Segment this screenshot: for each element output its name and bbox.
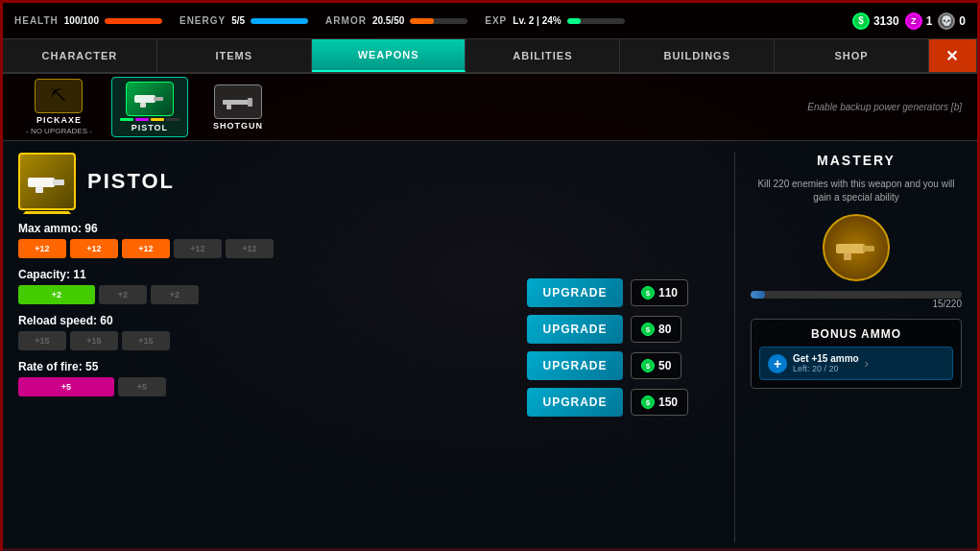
cost-badge-4: $ 150 [631, 389, 688, 416]
game-container: HEALTH 100/100 ENERGY 5/5 ARMOR 20.5/50 … [0, 0, 980, 551]
skull-icon: 💀 [938, 12, 955, 30]
reload-bars-row: +15 +15 +15 [18, 331, 515, 350]
upgrade-row-2: UPGRADE $ 80 [527, 315, 719, 344]
pistol-icon-container [126, 82, 174, 116]
stats-bar: HEALTH 100/100 ENERGY 5/5 ARMOR 20.5/50 … [3, 3, 977, 39]
tab-items[interactable]: ITEMS [157, 39, 312, 72]
coin-icon: $ [852, 12, 870, 30]
health-bar-container [105, 18, 162, 24]
capacity-section: Capacity: 11 +2 +2 +2 [18, 268, 515, 304]
svg-rect-1 [154, 97, 163, 101]
cost-badge-2: $ 80 [631, 316, 681, 343]
ammo-bar-3: +12 [122, 239, 170, 258]
z-token-value: 1 [926, 14, 933, 28]
coins-display: $ 3130 [852, 12, 899, 30]
svg-rect-4 [248, 98, 252, 107]
bonus-ammo-item[interactable]: + Get +15 ammo Left: 20 / 20 › [759, 347, 953, 380]
tab-character[interactable]: CHARACTER [3, 39, 157, 72]
pickaxe-sub: - NO UPGRADES - [26, 127, 92, 135]
weapon-slot-pistol[interactable]: PISTOL [111, 77, 188, 137]
mastery-weapon-icon [823, 214, 890, 281]
fire-bars-row: +5 +5 [18, 377, 515, 396]
svg-rect-10 [863, 246, 874, 252]
ammo-bar-5: +12 [226, 239, 274, 258]
cost-coin-icon-4: $ [641, 395, 655, 409]
pickaxe-icon-container: ⛏ [35, 79, 83, 113]
weapon-slot-shotgun[interactable]: SHOTGUN [200, 81, 276, 134]
health-label: HEALTH [14, 15, 59, 26]
exp-bar-container [567, 18, 625, 24]
upgrade-button-2[interactable]: UPGRADE [527, 315, 623, 344]
svg-rect-5 [227, 105, 231, 109]
max-ammo-label: Max ammo: 96 [18, 222, 515, 235]
health-bar [105, 18, 162, 24]
svg-rect-7 [53, 180, 64, 185]
mastery-description: Kill 220 enemies with this weapon and yo… [751, 178, 962, 204]
cost-value-2: 80 [658, 323, 671, 336]
svg-rect-2 [140, 103, 146, 108]
svg-rect-9 [836, 244, 865, 253]
upgrade-button-3[interactable]: UPGRADE [527, 351, 623, 380]
z-token-icon: Z [905, 12, 922, 30]
reload-bar-2: +15 [70, 331, 118, 350]
mastery-title: MASTERY [751, 153, 962, 168]
pistol-slot-name: PISTOL [131, 123, 168, 132]
shotgun-icon-container [214, 84, 262, 119]
svg-rect-8 [36, 187, 43, 193]
exp-stat: EXP Lv. 2 | 24% [485, 15, 624, 26]
coin-value: 3130 [873, 14, 899, 28]
ammo-bar-2: +12 [70, 239, 118, 258]
ammo-item-label: Get +15 ammo [793, 353, 859, 364]
ammo-item-count: Left: 20 / 20 [793, 364, 859, 373]
energy-label: ENERGY [179, 15, 226, 26]
energy-value: 5/5 [231, 15, 245, 26]
reload-bar-1: +15 [18, 331, 66, 350]
shotgun-name: SHOTGUN [213, 121, 263, 131]
armor-stat: ARMOR 20.5/50 [325, 15, 467, 26]
reload-bar-3: +15 [122, 331, 170, 350]
svg-rect-0 [134, 95, 155, 103]
weapon-selector: ⛏ PICKAXE - NO UPGRADES - [3, 74, 977, 141]
tab-abilities[interactable]: ABILITIES [466, 39, 620, 72]
upgrade-section: UPGRADE $ 110 UPGRADE $ 80 UPGRADE [527, 153, 719, 542]
backup-power-text: Enable backup power generators [b] [807, 102, 962, 112]
capacity-label: Capacity: 11 [18, 268, 515, 281]
capacity-bar-1: +2 [18, 285, 95, 304]
cost-coin-icon-3: $ [641, 359, 655, 372]
nav-tabs: CHARACTER ITEMS WEAPONS ABILITIES BUILDI… [3, 39, 977, 74]
fire-rate-section: Rate of fire: 55 +5 +5 [18, 360, 515, 396]
reload-section: Reload speed: 60 +15 +15 +15 [18, 314, 515, 350]
skull-value: 0 [959, 14, 966, 28]
mastery-progress-bar [751, 291, 962, 299]
pickaxe-bg: ⛏ [35, 79, 83, 113]
capacity-bars-row: +2 +2 +2 [18, 285, 515, 304]
upgrade-button-4[interactable]: UPGRADE [527, 388, 623, 417]
upgrade-button-1[interactable]: UPGRADE [527, 278, 623, 307]
energy-stat: ENERGY 5/5 [179, 15, 308, 26]
weapon-slot-pickaxe[interactable]: ⛏ PICKAXE - NO UPGRADES - [18, 75, 100, 139]
tab-weapons[interactable]: WEAPONS [312, 39, 466, 72]
shotgun-bg [214, 84, 262, 119]
mastery-progress-section: 15/220 [751, 291, 962, 309]
close-button[interactable]: ✕ [929, 39, 977, 72]
exp-label: EXP [485, 15, 507, 26]
svg-rect-11 [844, 253, 851, 260]
fire-bar-1: +5 [18, 377, 114, 396]
cost-value-1: 110 [658, 286, 678, 299]
cost-badge-3: $ 50 [631, 352, 681, 379]
main-content: PISTOL Max ammo: 96 +12 +12 +12 +12 +12 … [3, 141, 977, 551]
cost-value-3: 50 [658, 359, 671, 372]
armor-label: ARMOR [325, 15, 367, 26]
currency-group: $ 3130 Z 1 💀 0 [852, 12, 966, 30]
skulls-display: 💀 0 [938, 12, 966, 30]
exp-bar [567, 18, 581, 24]
cost-coin-icon-2: $ [641, 323, 655, 336]
exp-value: Lv. 2 | 24% [513, 15, 561, 26]
cost-value-4: 150 [658, 395, 678, 409]
panel-divider [734, 153, 735, 542]
weapon-title-row: PISTOL [18, 153, 515, 210]
tab-shop[interactable]: SHOP [775, 39, 929, 72]
energy-bar [251, 18, 308, 24]
left-panel: PISTOL Max ammo: 96 +12 +12 +12 +12 +12 … [18, 153, 719, 542]
tab-buildings[interactable]: BUILDINGS [620, 39, 775, 72]
